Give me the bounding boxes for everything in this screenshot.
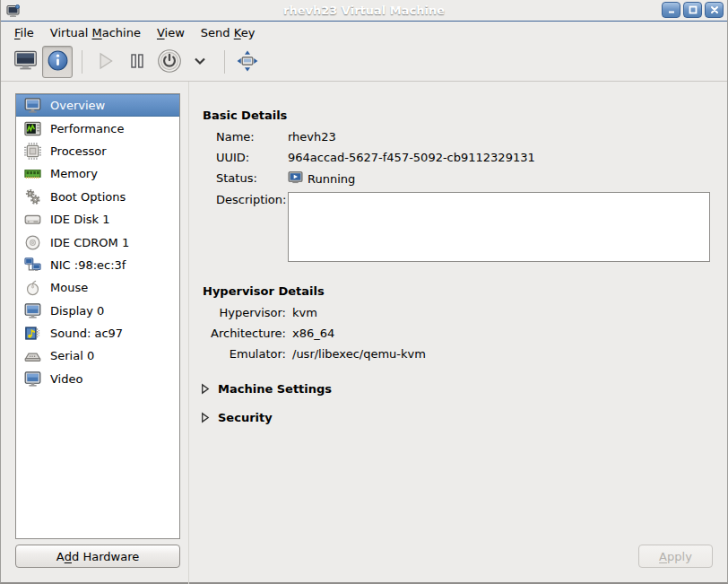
sidebar-item-label: Boot Options [50, 190, 126, 204]
play-icon [93, 49, 117, 75]
minimize-button[interactable] [662, 2, 680, 18]
fullscreen-icon [235, 48, 260, 76]
overview-monitor-icon [22, 97, 42, 114]
fullscreen-button[interactable] [232, 46, 263, 78]
toolbar [1, 43, 727, 82]
toolbar-separator [82, 50, 82, 74]
boot-gears-icon [22, 188, 42, 205]
sidebar-item-video[interactable]: Video [16, 368, 179, 390]
sidebar-item-boot-options[interactable]: Boot Options [16, 186, 179, 208]
sidebar-item-ide-cdrom-1[interactable]: IDE CDROM 1 [16, 231, 179, 253]
nic-icon [22, 257, 42, 274]
sidebar-item-performance[interactable]: Performance [16, 117, 179, 139]
window-title: rhevh23 Virtual Machine [1, 4, 727, 17]
memory-ram-icon [22, 165, 42, 182]
sidebar-item-label: Overview [50, 99, 105, 112]
toolbar-separator [224, 50, 225, 74]
architecture-label: Architecture: [203, 327, 286, 340]
cdrom-icon [22, 234, 42, 251]
description-label: Description: [216, 193, 286, 206]
apply-button[interactable]: Apply [638, 545, 713, 568]
show-console-button[interactable] [10, 46, 40, 78]
basic-details-heading: Basic Details [203, 109, 287, 122]
sidebar-item-label: Mouse [50, 281, 88, 294]
menu-view[interactable]: View [149, 24, 193, 41]
sidebar-item-label: Sound: ac97 [50, 327, 123, 340]
show-details-button[interactable] [42, 46, 73, 78]
sound-card-icon [22, 325, 42, 342]
power-icon [157, 48, 182, 76]
security-label: Security [218, 411, 273, 424]
shutdown-button[interactable] [154, 46, 185, 78]
pane-separator [188, 82, 189, 584]
uuid-label: UUID: [216, 151, 249, 164]
emulator-label: Emulator: [203, 347, 286, 361]
name-value: rhevh23 [288, 130, 336, 144]
uuid-value: 964accad-5627-f457-5092-cb9112329131 [288, 151, 535, 164]
sidebar-item-nic[interactable]: NIC :98:ec:3f [16, 254, 179, 276]
sidebar-item-label: Serial 0 [50, 349, 94, 362]
emulator-value: /usr/libexec/qemu-kvm [292, 347, 426, 361]
pause-button[interactable] [122, 46, 152, 78]
menubar: File Virtual Machine View Send Key [1, 22, 727, 43]
sidebar-item-label: Processor [50, 144, 107, 158]
shutdown-menu-button[interactable] [185, 46, 215, 78]
expander-arrow-icon [199, 412, 211, 423]
sidebar-item-label: Display 0 [50, 304, 104, 318]
sidebar-item-overview[interactable]: Overview [16, 94, 179, 117]
sidebar-item-label: IDE CDROM 1 [50, 236, 129, 249]
close-button[interactable] [705, 2, 724, 18]
machine-settings-expander[interactable]: Machine Settings [199, 382, 332, 396]
sidebar-item-label: IDE Disk 1 [50, 213, 110, 226]
hypervisor-value: kvm [292, 306, 317, 319]
hardware-list: Overview Performance [15, 93, 180, 539]
status-label: Status: [216, 171, 257, 185]
processor-chip-icon [22, 143, 42, 160]
sidebar-item-memory[interactable]: Memory [16, 162, 179, 185]
sidebar-item-label: Memory [50, 167, 98, 180]
disk-icon [22, 211, 42, 228]
performance-graph-icon [22, 120, 42, 137]
virtual-machine-window: rhevh23 Virtual Machine File Virtual Mac… [0, 0, 728, 584]
run-button[interactable] [90, 46, 120, 78]
name-label: Name: [216, 130, 255, 144]
menu-send-key[interactable]: Send Key [193, 24, 264, 41]
expander-arrow-icon [199, 383, 211, 395]
security-expander[interactable]: Security [199, 411, 273, 424]
description-input[interactable] [288, 192, 710, 262]
status-value-cell: Running [288, 170, 355, 187]
video-monitor-icon [22, 370, 42, 388]
mouse-icon [22, 279, 42, 296]
menu-file[interactable]: File [6, 24, 42, 41]
add-hardware-button[interactable]: Add Hardware [15, 545, 180, 568]
machine-settings-label: Machine Settings [218, 382, 332, 396]
serial-port-icon [22, 347, 42, 364]
sidebar-item-serial-0[interactable]: Serial 0 [16, 344, 179, 367]
sidebar-item-label: Video [50, 372, 82, 386]
sidebar-item-ide-disk-1[interactable]: IDE Disk 1 [16, 208, 179, 231]
vm-running-icon [288, 170, 303, 187]
sidebar-item-label: NIC :98:ec:3f [50, 258, 126, 272]
hypervisor-label: Hypervisor: [203, 306, 286, 319]
sidebar-item-mouse[interactable]: Mouse [16, 276, 179, 299]
sidebar-item-processor[interactable]: Processor [16, 140, 179, 162]
maximize-button[interactable] [683, 2, 702, 18]
sidebar-item-sound[interactable]: Sound: ac97 [16, 322, 179, 344]
status-value: Running [308, 172, 355, 186]
info-icon [47, 49, 69, 74]
architecture-value: x86_64 [292, 327, 334, 340]
pause-icon [126, 50, 148, 74]
sidebar-item-display-0[interactable]: Display 0 [16, 300, 179, 322]
hypervisor-details-heading: Hypervisor Details [203, 284, 325, 298]
console-monitor-icon [13, 48, 38, 75]
chevron-down-icon [192, 53, 208, 72]
titlebar: rhevh23 Virtual Machine [1, 0, 727, 22]
display-monitor-icon [22, 302, 42, 319]
menu-virtual-machine[interactable]: Virtual Machine [42, 24, 149, 41]
sidebar-item-label: Performance [50, 122, 124, 135]
